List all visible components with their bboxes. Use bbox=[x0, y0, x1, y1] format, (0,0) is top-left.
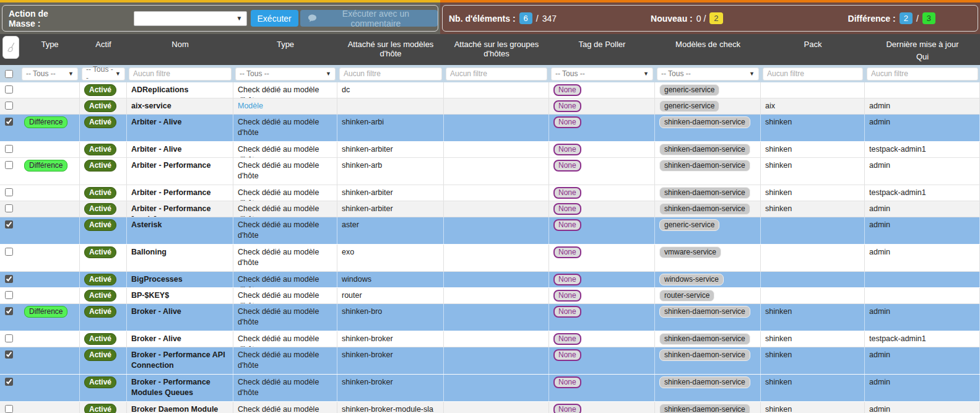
host-groups bbox=[444, 245, 549, 271]
row-actif-cell: Activé bbox=[80, 304, 127, 331]
filter-actif-select[interactable]: -- Tous --▼ bbox=[82, 67, 125, 80]
row-checkbox[interactable] bbox=[5, 204, 13, 212]
row-poller-tag-cell: None bbox=[549, 115, 655, 141]
mass-action-select[interactable]: ▼ bbox=[134, 11, 247, 26]
filter-type-badge-select[interactable]: -- Tous --▼ bbox=[22, 67, 78, 80]
table-row[interactable]: Activé Arbiter - Performance Check dédié… bbox=[0, 185, 980, 201]
table-row[interactable]: Différence Activé Arbiter - Alive Check … bbox=[0, 115, 980, 142]
table-row[interactable]: Activé Asterisk Check dédié au modèle d'… bbox=[0, 217, 980, 245]
col-header-pack[interactable]: Pack bbox=[761, 34, 865, 65]
filter-pack-cell bbox=[761, 65, 865, 82]
col-header-type[interactable]: Type bbox=[233, 34, 337, 65]
row-actif-cell: Activé bbox=[80, 98, 127, 114]
execute-button[interactable]: Exécuter bbox=[251, 10, 298, 27]
row-actif-cell: Activé bbox=[80, 185, 127, 201]
col-header-actif[interactable]: Actif bbox=[80, 34, 127, 65]
table-row[interactable]: Activé BP-$KEY$ Check dédié au modèle d'… bbox=[0, 288, 980, 304]
host-groups bbox=[444, 288, 549, 303]
table-row[interactable]: Activé aix-service Modèle None generic-s… bbox=[0, 98, 980, 115]
pack: shinken bbox=[761, 158, 865, 185]
row-type-badge-cell bbox=[20, 288, 80, 303]
row-checkbox[interactable] bbox=[5, 220, 13, 228]
table-row[interactable]: Activé Arbiter - Performance [copie] Che… bbox=[0, 201, 980, 217]
row-checkbox-cell bbox=[0, 304, 20, 331]
host-groups bbox=[444, 201, 549, 217]
row-type-badge-cell bbox=[20, 201, 80, 217]
check-type: Check dédié au modèle d'hôte bbox=[233, 115, 337, 141]
col-header-host-templates[interactable]: Attaché sur les modèles d'hôte bbox=[337, 34, 444, 65]
filter-poller-tag-select[interactable]: -- Tous --▼ bbox=[551, 67, 653, 80]
filter-host-groups-input[interactable] bbox=[446, 67, 547, 80]
table-row[interactable]: Activé BigProcesses Check dédié au modèl… bbox=[0, 272, 980, 288]
col-header-last-update[interactable]: Dernière mise à jour Qui bbox=[865, 34, 980, 65]
row-checkbox[interactable] bbox=[5, 378, 13, 386]
new-label: Nouveau : bbox=[651, 14, 693, 24]
col-header-check-templates[interactable]: Modèles de check bbox=[655, 34, 761, 65]
row-checkbox[interactable] bbox=[5, 405, 13, 413]
col-header-poller-tag[interactable]: Tag de Poller bbox=[549, 34, 655, 65]
filter-type-select[interactable]: -- Tous --▼ bbox=[235, 67, 336, 80]
table-row[interactable]: Activé Broker Daemon Module SLA Check dé… bbox=[0, 402, 980, 413]
table-row[interactable]: Activé Balloning Check dédié au modèle d… bbox=[0, 245, 980, 272]
row-poller-tag-cell: None bbox=[549, 185, 655, 201]
filter-nom-input[interactable] bbox=[129, 67, 232, 80]
table-row[interactable]: Différence Activé Arbiter - Performance … bbox=[0, 158, 980, 185]
check-type[interactable]: Modèle bbox=[233, 98, 337, 114]
row-checkbox[interactable] bbox=[5, 85, 13, 93]
broom-icon bbox=[6, 41, 16, 54]
filter-last-update-cell bbox=[865, 65, 980, 82]
poller-tag-badge: None bbox=[553, 404, 581, 413]
col-header-nom[interactable]: Nom bbox=[127, 34, 233, 65]
row-checkbox-cell bbox=[0, 185, 20, 201]
table-row[interactable]: Activé ADReplications Check dédié au mod… bbox=[0, 82, 980, 98]
filter-type-badge-cell: -- Tous --▼ bbox=[20, 65, 80, 82]
clear-filters-cell bbox=[0, 34, 20, 65]
row-checkbox[interactable] bbox=[5, 248, 13, 256]
row-checkbox[interactable] bbox=[5, 307, 13, 315]
check-template-badge: shinken-daemon-service bbox=[659, 306, 750, 318]
table-row[interactable]: Différence Activé Broker - Alive Check d… bbox=[0, 304, 980, 331]
filter-pack-input[interactable] bbox=[763, 67, 863, 80]
row-checkbox[interactable] bbox=[5, 161, 13, 169]
col-header-type-badge[interactable]: Type bbox=[20, 34, 80, 65]
table-row[interactable]: Activé Broker - Performance API Connecti… bbox=[0, 347, 980, 375]
filter-check-templates-select[interactable]: -- Tous --▼ bbox=[657, 67, 759, 80]
row-check-template-cell: shinken-daemon-service bbox=[655, 402, 761, 413]
filter-select-value: -- Tous -- bbox=[555, 69, 585, 78]
filter-last-update-input[interactable] bbox=[867, 67, 978, 80]
row-actif-cell: Activé bbox=[80, 82, 127, 98]
active-badge: Activé bbox=[84, 349, 116, 361]
row-checkbox[interactable] bbox=[5, 334, 13, 342]
row-checkbox[interactable] bbox=[5, 291, 13, 299]
table-row[interactable]: Activé Broker - Performance Modules Queu… bbox=[0, 375, 980, 402]
row-checkbox[interactable] bbox=[5, 145, 13, 153]
table-row[interactable]: Activé Broker - Alive Check dédié au mod… bbox=[0, 331, 980, 347]
execute-with-comment-button[interactable]: Exécuter avec un commentaire bbox=[300, 10, 438, 27]
check-type: Check dédié au modèle d'hôte bbox=[233, 402, 337, 413]
row-checkbox[interactable] bbox=[5, 275, 13, 283]
row-checkbox[interactable] bbox=[5, 102, 13, 110]
row-checkbox[interactable] bbox=[5, 118, 13, 126]
row-type-badge-cell bbox=[20, 331, 80, 347]
row-check-template-cell: shinken-daemon-service bbox=[655, 158, 761, 185]
filter-select-all-cell bbox=[0, 65, 20, 82]
row-type-badge-cell bbox=[20, 347, 80, 374]
filter-host-groups-cell bbox=[444, 65, 549, 82]
filter-host-templates-input[interactable] bbox=[339, 67, 442, 80]
check-type: Check dédié au modèle d'hôte bbox=[233, 201, 337, 217]
row-checkbox[interactable] bbox=[5, 350, 13, 359]
col-header-host-groups[interactable]: Attaché sur les groupes d'hôtes bbox=[444, 34, 549, 65]
row-poller-tag-cell: None bbox=[549, 347, 655, 374]
service-name: ADReplications bbox=[127, 82, 233, 98]
select-all-checkbox[interactable] bbox=[5, 70, 13, 78]
row-checkbox[interactable] bbox=[5, 188, 13, 196]
check-template-badge: shinken-daemon-service bbox=[659, 187, 750, 199]
table-row[interactable]: Activé Arbiter - Alive Check dédié au mo… bbox=[0, 142, 980, 158]
row-poller-tag-cell: None bbox=[549, 272, 655, 287]
row-check-template-cell: generic-service bbox=[655, 217, 761, 244]
elements-label: Nb. d'éléments : bbox=[449, 14, 516, 24]
clear-filters-button[interactable] bbox=[2, 36, 19, 59]
service-name: Balloning bbox=[127, 245, 233, 271]
elements-slash: / bbox=[536, 14, 539, 24]
service-name: Broker - Performance API Connection bbox=[127, 347, 233, 374]
